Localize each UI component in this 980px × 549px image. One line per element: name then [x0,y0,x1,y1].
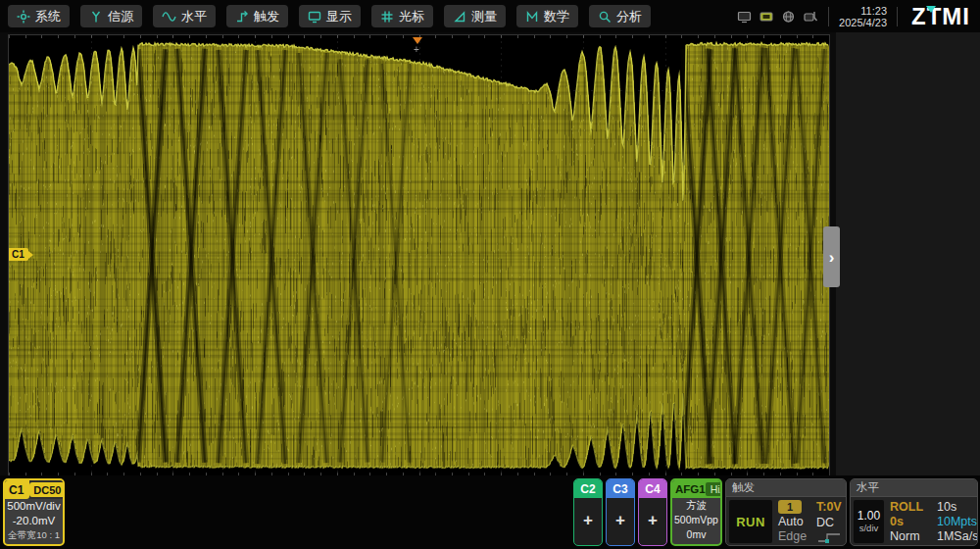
chevron-right-icon: › [829,249,835,266]
horizontal-icon [162,10,176,24]
menu-label: 测量 [471,8,497,25]
math-icon [525,10,539,24]
brand-logo: ZTMI [907,3,970,30]
channel4-add-button[interactable]: + [639,511,666,530]
main-area: + C1 › [0,32,980,475]
edge-slope-icon[interactable] [816,531,842,543]
horizontal-panel-body: 1.00 s/div ROLL 0s Norm 10s 10Mpts 1MSa/… [851,497,977,546]
horizontal-col-2: 10s 10Mpts 1MSa/s [937,497,978,546]
channel1-coupling-badge[interactable]: DC50 [29,482,65,497]
timebase-unit: s/div [859,523,879,533]
channel4-box[interactable]: C4 + [638,478,667,546]
network-icon[interactable] [781,10,796,24]
trigger-mode[interactable]: Auto [778,515,804,528]
channel1-box[interactable]: C1 DC50 500mV/div -20.0mV 全带宽 10 : 1 [3,478,65,546]
brand-triangle-icon [926,6,936,13]
menu-cursor[interactable]: 光标 [371,5,433,27]
trigger-panel[interactable]: 触发 RUN 1 Auto Edge T:0V DC [725,478,847,546]
menu-trigger[interactable]: 触发 [226,5,288,27]
memory-depth[interactable]: 10Mpts [937,515,977,528]
channel1-name[interactable]: C1 [5,480,29,499]
channel1-level-marker[interactable]: C1 [9,248,28,261]
sample-rate[interactable]: 1MSa/s [937,529,978,543]
horizontal-mode[interactable]: ROLL [890,500,923,514]
trigger-level[interactable]: T:0V [816,500,842,514]
channel1-header: C1 DC50 [5,480,63,499]
afg-frequency: 1.000kHz [672,542,720,546]
timebase-box[interactable]: 1.00 s/div [854,500,884,543]
channel1-scale: 500mV/div [5,499,63,514]
menu-label: 触发 [254,8,279,25]
menu-label: 数学 [544,8,569,25]
run-state: RUN [736,515,765,529]
afg-amplitude: 500mVpp 0mv [672,513,720,542]
measure-icon [453,10,466,24]
menu-analyze[interactable]: 分析 [589,5,651,27]
time-text: 11:23 [839,5,887,17]
display-icon [308,10,321,24]
time-range[interactable]: 10s [937,500,956,514]
trigger-col-2: T:0V DC [816,497,846,546]
afg-waveform-type: 方波 [672,498,720,513]
menu-math[interactable]: 数学 [516,5,578,27]
trigger-panel-title: 触发 [726,479,846,497]
trigger-coupling[interactable]: DC [816,516,834,529]
channel4-name[interactable]: C4 [639,479,666,498]
status-icon-group [737,10,818,24]
trigger-icon [235,10,249,24]
menu-system[interactable]: 系统 [8,5,70,27]
trigger-point-cross: + [414,45,419,55]
touch-icon[interactable] [803,10,818,24]
waveform-display[interactable]: + C1 › [8,34,830,476]
channel1-probe: 10 : 1 [36,529,60,542]
channel1-offset: -20.0mV [5,514,63,528]
horizontal-panel[interactable]: 水平 1.00 s/div ROLL 0s Norm 10s 10Mpts 1M… [850,478,978,546]
divider [897,7,898,26]
menu-label: 系统 [35,8,61,25]
waveform-canvas[interactable] [9,35,829,475]
panel-slide-handle[interactable]: › [823,226,840,287]
menu-label: 光标 [399,8,424,25]
channel2-box[interactable]: C2 + [573,478,603,546]
trigger-position-marker[interactable] [413,37,422,44]
run-state-box[interactable]: RUN [729,500,772,543]
screen-icon[interactable] [737,10,752,24]
topbar-right: 11:23 2025/4/23 ZTMI [737,3,980,30]
acquisition-mode[interactable]: Norm [890,529,920,543]
menu-horizontal[interactable]: 水平 [153,5,216,27]
channel2-add-button[interactable]: + [574,511,602,530]
right-side-panel [836,32,980,475]
date-text: 2025/4/23 [839,17,887,28]
afg-box[interactable]: AFG1 HiZ 方波 500mVpp 0mv 1.000kHz [670,478,722,546]
trigger-panel-body: RUN 1 Auto Edge T:0V DC [726,497,846,546]
bottom-status-bar: C1 DC50 500mV/div -20.0mV 全带宽 10 : 1 C2 … [0,475,980,549]
channel1-bandwidth: 全带宽 [8,529,36,542]
usb-icon[interactable] [759,10,774,24]
trigger-source-badge[interactable]: 1 [778,500,802,514]
menu-label: 水平 [181,8,207,25]
trigger-col-1: 1 Auto Edge [778,497,813,546]
oscilloscope-app: 系统 信源 水平 触发 [0,0,980,549]
trigger-type[interactable]: Edge [778,529,807,543]
brand-text: ZTMI [911,3,970,29]
afg-header: AFG1 HiZ [672,480,720,498]
channel2-name[interactable]: C2 [574,479,602,498]
divider [828,7,829,26]
menu-label: 分析 [616,8,642,25]
horizontal-panel-title: 水平 [851,479,977,497]
channel1-footer: 全带宽 10 : 1 [5,528,63,542]
top-menu-bar: 系统 信源 水平 触发 [0,0,980,32]
gear-icon [17,10,30,24]
afg-name[interactable]: AFG1 [672,483,706,495]
channel3-add-button[interactable]: + [607,511,634,530]
channel3-box[interactable]: C3 + [606,478,635,546]
menu-display[interactable]: 显示 [299,5,361,27]
clock-display: 11:23 2025/4/23 [839,5,887,28]
cursor-icon [380,10,394,24]
analyze-icon [598,10,612,24]
menu-measure[interactable]: 测量 [444,5,506,27]
afg-impedance-badge[interactable]: HiZ [706,482,722,496]
menu-source[interactable]: 信源 [80,5,142,27]
channel3-name[interactable]: C3 [607,479,634,498]
horizontal-position[interactable]: 0s [890,515,904,528]
